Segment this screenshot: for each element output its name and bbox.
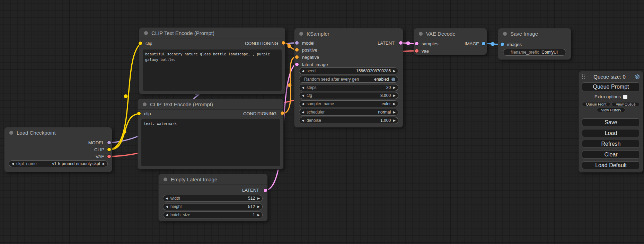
output-port-vae[interactable]: [107, 155, 111, 158]
output-port-model[interactable]: [107, 141, 111, 144]
increment-arrow-icon[interactable]: ▶: [257, 214, 260, 217]
increment-arrow-icon[interactable]: ▶: [393, 111, 396, 114]
node-title-bar[interactable]: Load Checkpoint: [5, 127, 112, 138]
node-graph-canvas[interactable]: Load Checkpoint MODEL CLIP VAE ◀ ckpt_na…: [0, 0, 644, 244]
node-title-bar[interactable]: VAE Decode: [414, 28, 487, 39]
increment-arrow-icon[interactable]: ▶: [393, 119, 396, 122]
node-title-bar[interactable]: CLIP Text Encode (Prompt): [138, 99, 283, 110]
view-history-button[interactable]: View History: [597, 108, 625, 112]
decrement-arrow-icon[interactable]: ◀: [166, 205, 168, 208]
widget-filename-prefix[interactable]: filename_prefix ComfyUI: [503, 49, 566, 56]
widget-value: v1-5-pruned-emaonly.ckpt: [52, 161, 100, 166]
widget-height[interactable]: ◀ height 512 ▶: [163, 203, 263, 210]
input-port-model[interactable]: [295, 41, 299, 45]
node-clip-text-encode-positive[interactable]: CLIP Text Encode (Prompt) clip CONDITION…: [139, 28, 285, 94]
collapse-dot-icon[interactable]: [419, 32, 423, 36]
increment-arrow-icon[interactable]: ▶: [103, 162, 105, 165]
widget-width[interactable]: ◀ width 512 ▶: [163, 195, 263, 202]
widget-sampler-name[interactable]: ◀ sampler_name euler ▶: [299, 100, 398, 107]
widget-cfg[interactable]: ◀ cfg 8.000 ▶: [299, 92, 398, 99]
widget-scheduler[interactable]: ◀ scheduler normal ▶: [299, 109, 398, 116]
decrement-arrow-icon[interactable]: ◀: [302, 86, 304, 89]
decrement-arrow-icon[interactable]: ◀: [302, 102, 304, 106]
output-port-latent[interactable]: [399, 41, 403, 45]
widget-label: Random seed after every gen: [304, 77, 359, 82]
prompt-textarea[interactable]: beautiful scenery nature glass bottle la…: [143, 49, 282, 91]
widget-batch-size[interactable]: ◀ batch_size 1 ▶: [163, 211, 263, 218]
input-label-vae: vae: [422, 48, 429, 54]
load-default-button[interactable]: Load Default: [582, 161, 640, 169]
collapse-dot-icon[interactable]: [299, 32, 303, 36]
node-title-bar[interactable]: KSampler: [294, 28, 403, 39]
link-dot: [406, 42, 410, 45]
collapse-dot-icon[interactable]: [143, 102, 147, 106]
queue-front-button[interactable]: Queue Front: [582, 102, 610, 106]
input-port-latent-image[interactable]: [295, 63, 299, 66]
node-title: CLIP Text Encode (Prompt): [151, 30, 214, 36]
widget-seed[interactable]: ◀ seed 156680208700286 ▶: [299, 67, 398, 74]
increment-arrow-icon[interactable]: ▶: [393, 102, 396, 106]
node-title: Empty Latent Image: [171, 177, 217, 182]
decrement-arrow-icon[interactable]: ◀: [166, 214, 168, 217]
input-port-samples[interactable]: [415, 42, 418, 45]
input-port-clip[interactable]: [139, 42, 142, 45]
node-title-bar[interactable]: CLIP Text Encode (Prompt): [139, 28, 285, 38]
output-port-conditioning[interactable]: [281, 111, 284, 115]
input-port-clip[interactable]: [137, 112, 141, 115]
increment-arrow-icon[interactable]: ▶: [257, 197, 260, 200]
decrement-arrow-icon[interactable]: ◀: [302, 70, 304, 73]
node-title-bar[interactable]: Empty Latent Image: [159, 174, 267, 185]
decrement-arrow-icon[interactable]: ◀: [302, 94, 304, 97]
drag-handle-icon[interactable]: [582, 74, 585, 79]
node-title-bar[interactable]: Save Image: [498, 28, 571, 39]
collapse-dot-icon[interactable]: [503, 32, 507, 36]
node-clip-text-encode-negative[interactable]: CLIP Text Encode (Prompt) clip CONDITION…: [138, 99, 283, 169]
node-vae-decode[interactable]: VAE Decode samples vae IMAGE: [414, 28, 487, 55]
save-button[interactable]: Save: [582, 118, 640, 126]
widget-value: 1.000: [380, 118, 391, 123]
decrement-arrow-icon[interactable]: ◀: [11, 162, 14, 165]
widget-value: 20: [386, 85, 391, 90]
input-port-vae[interactable]: [415, 49, 418, 53]
increment-arrow-icon[interactable]: ▶: [393, 70, 396, 73]
widget-random-seed-toggle[interactable]: Random seed after every gen enabled: [299, 76, 398, 83]
output-port-clip[interactable]: [107, 148, 111, 151]
output-port-image[interactable]: [482, 42, 485, 45]
output-port-latent[interactable]: [264, 189, 267, 192]
view-queue-button[interactable]: View Queue: [611, 102, 640, 106]
widget-value: 1: [253, 213, 255, 217]
collapse-dot-icon[interactable]: [9, 131, 13, 135]
output-port-conditioning[interactable]: [282, 41, 285, 45]
input-port-negative[interactable]: [295, 55, 299, 59]
gear-icon[interactable]: [634, 74, 640, 80]
input-port-positive[interactable]: [295, 48, 299, 52]
decrement-arrow-icon[interactable]: ◀: [302, 111, 304, 114]
node-title: Load Checkpoint: [17, 130, 56, 136]
decrement-arrow-icon[interactable]: ◀: [166, 197, 168, 200]
widget-label: sampler_name: [307, 101, 334, 106]
extra-options-checkbox[interactable]: [623, 95, 627, 99]
widget-value: enabled: [374, 77, 389, 82]
widget-ckpt-name[interactable]: ◀ ckpt_name v1-5-pruned-emaonly.ckpt ▶: [9, 160, 108, 167]
refresh-button[interactable]: Refresh: [582, 140, 640, 148]
load-button[interactable]: Load: [582, 129, 640, 137]
increment-arrow-icon[interactable]: ▶: [393, 94, 396, 97]
widget-denoise[interactable]: ◀ denoise 1.000 ▶: [299, 117, 398, 124]
link-dot: [288, 83, 292, 87]
increment-arrow-icon[interactable]: ▶: [257, 205, 260, 208]
prompt-textarea[interactable]: text, watermark: [141, 119, 280, 166]
node-empty-latent-image[interactable]: Empty Latent Image LATENT ◀ width 512 ▶ …: [159, 174, 267, 221]
input-port-images[interactable]: [501, 43, 504, 46]
node-load-checkpoint[interactable]: Load Checkpoint MODEL CLIP VAE ◀ ckpt_na…: [5, 127, 112, 172]
increment-arrow-icon[interactable]: ▶: [393, 86, 396, 89]
collapse-dot-icon[interactable]: [144, 31, 148, 35]
node-ksampler[interactable]: KSampler model positive negative latent_…: [294, 28, 403, 127]
widget-value: normal: [378, 110, 391, 115]
widget-steps[interactable]: ◀ steps 20 ▶: [299, 84, 398, 91]
queue-prompt-button[interactable]: Queue Prompt: [582, 82, 640, 91]
toggle-knob-icon[interactable]: [391, 78, 395, 81]
clear-button[interactable]: Clear: [582, 151, 640, 159]
collapse-dot-icon[interactable]: [164, 178, 167, 181]
node-save-image[interactable]: Save Image images filename_prefix ComfyU…: [498, 28, 571, 60]
decrement-arrow-icon[interactable]: ◀: [302, 119, 304, 122]
